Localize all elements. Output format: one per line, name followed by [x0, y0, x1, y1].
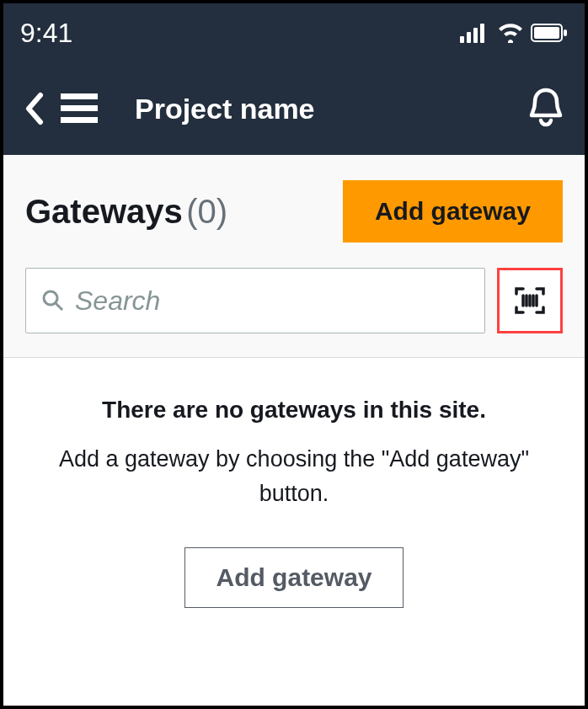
svg-rect-1 — [467, 32, 471, 43]
svg-rect-0 — [460, 36, 464, 43]
signal-icon — [460, 23, 490, 43]
wifi-icon — [497, 23, 524, 43]
bell-icon — [527, 87, 564, 127]
notifications-button[interactable] — [527, 87, 564, 131]
status-time: 9:41 — [20, 18, 72, 49]
svg-rect-9 — [61, 117, 98, 123]
status-bar: 9:41 — [3, 3, 585, 62]
scan-barcode-button[interactable] — [497, 268, 563, 333]
svg-rect-2 — [473, 28, 478, 43]
barcode-scan-icon — [513, 284, 547, 317]
menu-button[interactable] — [61, 93, 98, 124]
svg-rect-6 — [564, 29, 567, 36]
battery-icon — [531, 24, 568, 42]
search-row — [25, 268, 563, 333]
page-title-container: Gateways (0) — [25, 193, 227, 231]
svg-line-11 — [56, 303, 62, 310]
add-gateway-button-primary[interactable]: Add gateway — [343, 180, 563, 243]
search-input[interactable] — [75, 285, 469, 317]
app-header: Project name — [3, 62, 585, 155]
search-container[interactable] — [25, 268, 485, 333]
svg-point-10 — [44, 291, 57, 305]
page-title: Gateways — [25, 193, 183, 230]
search-icon — [41, 289, 65, 312]
page-count: (0) — [186, 193, 227, 230]
chevron-left-icon — [24, 92, 44, 125]
svg-rect-5 — [534, 27, 559, 39]
add-gateway-button-secondary[interactable]: Add gateway — [184, 547, 403, 608]
empty-state-title: There are no gateways in this site. — [37, 397, 551, 424]
status-icons — [460, 23, 568, 43]
svg-rect-3 — [480, 24, 484, 43]
empty-state: There are no gateways in this site. Add … — [3, 358, 585, 647]
empty-state-description: Add a gateway by choosing the "Add gatew… — [37, 442, 551, 510]
content-header: Gateways (0) Add gateway — [3, 155, 585, 358]
svg-rect-7 — [61, 93, 98, 99]
hamburger-icon — [61, 93, 98, 124]
back-button[interactable] — [24, 92, 44, 125]
title-row: Gateways (0) Add gateway — [25, 180, 563, 243]
svg-rect-8 — [61, 105, 98, 111]
header-title: Project name — [135, 93, 510, 125]
